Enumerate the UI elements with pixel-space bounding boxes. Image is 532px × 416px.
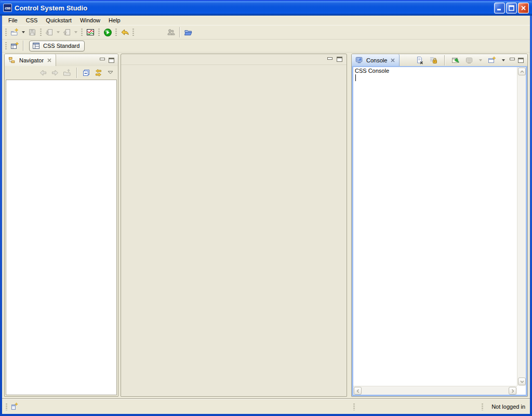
nav-forward-button[interactable] <box>50 68 60 78</box>
nav-back-button[interactable] <box>38 68 48 78</box>
pin-console-button[interactable] <box>450 55 461 66</box>
statusbar-grip[interactable] <box>353 403 355 410</box>
minimize-icon <box>497 5 502 11</box>
save-button[interactable] <box>26 27 38 38</box>
console-output-line: CSS Console <box>355 68 515 74</box>
scroll-lock-button[interactable] <box>428 55 438 66</box>
console-content: CSS Console <box>352 66 527 396</box>
editor-empty-body <box>121 65 347 397</box>
close-tab-icon[interactable] <box>390 58 395 63</box>
scroll-right-icon <box>511 389 514 393</box>
navigator-toolbar <box>5 66 118 79</box>
console-text-area[interactable]: CSS Console <box>353 67 517 386</box>
menu-window[interactable]: Window <box>76 16 104 24</box>
data-browser-button[interactable] <box>85 27 96 38</box>
tab-console[interactable]: Console <box>352 54 400 66</box>
minimize-view-icon[interactable] <box>510 58 515 60</box>
login-button[interactable] <box>165 27 177 38</box>
save-icon <box>28 28 36 36</box>
title-bar[interactable]: css Control System Studio <box>0 0 532 16</box>
fast-view-button[interactable] <box>10 402 19 412</box>
display-console-icon <box>465 56 473 64</box>
navigator-toolbar-separator <box>76 68 77 78</box>
console-toolbar-separator <box>444 55 445 66</box>
menu-quickstart[interactable]: Quickstart <box>42 16 76 24</box>
scroll-down-button[interactable] <box>518 378 526 385</box>
export-button[interactable] <box>61 27 73 38</box>
nav-up-button[interactable] <box>62 68 72 78</box>
toolbar-grip[interactable] <box>5 42 7 50</box>
workspace: Navigator <box>2 53 530 398</box>
perspective-css-standard[interactable]: CSS Standard <box>29 41 85 51</box>
scroll-left-icon <box>356 389 360 393</box>
app-icon: css <box>3 4 12 12</box>
run-button[interactable] <box>102 27 113 38</box>
view-menu-icon <box>108 71 113 74</box>
menu-css[interactable]: CSS <box>22 16 42 24</box>
perspective-icon <box>32 42 41 50</box>
perspective-separator <box>23 41 23 51</box>
scroll-left-button[interactable] <box>354 387 362 395</box>
collapse-all-icon <box>82 69 90 77</box>
editor-header <box>121 54 347 65</box>
forward-icon <box>51 69 59 77</box>
new-wizard-icon <box>10 28 19 36</box>
back-history-button[interactable] <box>119 27 130 38</box>
new-wizard-button[interactable] <box>9 27 20 38</box>
open-file-icon <box>184 28 193 36</box>
minimize-button[interactable] <box>494 3 505 14</box>
minimize-view-icon[interactable] <box>100 58 105 60</box>
minimize-editor-icon[interactable] <box>327 57 332 60</box>
text-caret <box>355 74 356 81</box>
import-icon <box>45 28 54 36</box>
toolbar-grip[interactable] <box>98 28 100 36</box>
collapse-all-button[interactable] <box>81 68 91 78</box>
pin-console-icon <box>451 56 460 64</box>
maximize-editor-icon[interactable] <box>337 57 342 62</box>
menu-help[interactable]: Help <box>104 16 125 24</box>
toolbar-separator <box>179 27 180 37</box>
export-dropdown[interactable] <box>74 31 77 33</box>
maximize-button[interactable] <box>506 3 517 14</box>
login-icon <box>167 28 175 36</box>
toolbar-grip[interactable] <box>5 28 7 36</box>
toolbar-grip[interactable] <box>132 28 134 36</box>
close-button[interactable] <box>518 3 529 14</box>
clear-console-button[interactable] <box>415 55 425 66</box>
link-with-editor-button[interactable] <box>93 68 103 78</box>
open-file-button[interactable] <box>182 27 194 38</box>
scroll-lock-icon <box>429 56 437 64</box>
up-icon <box>63 69 71 77</box>
console-panel: Console <box>351 54 528 397</box>
display-console-button[interactable] <box>464 55 474 66</box>
display-console-dropdown[interactable] <box>479 59 482 61</box>
vertical-scrollbar[interactable] <box>517 67 526 386</box>
open-perspective-button[interactable] <box>9 40 20 51</box>
open-console-button[interactable] <box>487 55 497 66</box>
statusbar-grip[interactable] <box>482 403 483 410</box>
close-tab-icon[interactable] <box>47 58 52 63</box>
toolbar-grip[interactable] <box>40 28 42 36</box>
view-menu-button[interactable] <box>105 68 115 78</box>
data-browser-icon <box>86 28 95 36</box>
horizontal-scrollbar[interactable] <box>353 386 517 395</box>
statusbar-grip[interactable] <box>6 403 7 410</box>
maximize-view-icon[interactable] <box>518 58 524 63</box>
import-dropdown[interactable] <box>57 31 60 33</box>
scroll-right-button[interactable] <box>509 387 516 395</box>
import-button[interactable] <box>44 27 55 38</box>
tab-navigator[interactable]: Navigator <box>5 54 56 66</box>
new-wizard-dropdown[interactable] <box>22 31 25 33</box>
maximize-view-icon[interactable] <box>109 58 114 63</box>
window-title: Control System Studio <box>15 4 87 12</box>
navigator-tree[interactable] <box>6 80 117 395</box>
menu-file[interactable]: File <box>4 16 22 24</box>
editor-area <box>121 54 347 397</box>
toolbar-grip[interactable] <box>81 28 83 36</box>
perspective-label: CSS Standard <box>43 43 79 49</box>
close-icon <box>521 5 526 11</box>
scroll-up-button[interactable] <box>518 68 526 75</box>
toolbar-grip[interactable] <box>115 28 117 36</box>
open-console-dropdown[interactable] <box>502 59 505 61</box>
run-icon <box>103 28 112 37</box>
